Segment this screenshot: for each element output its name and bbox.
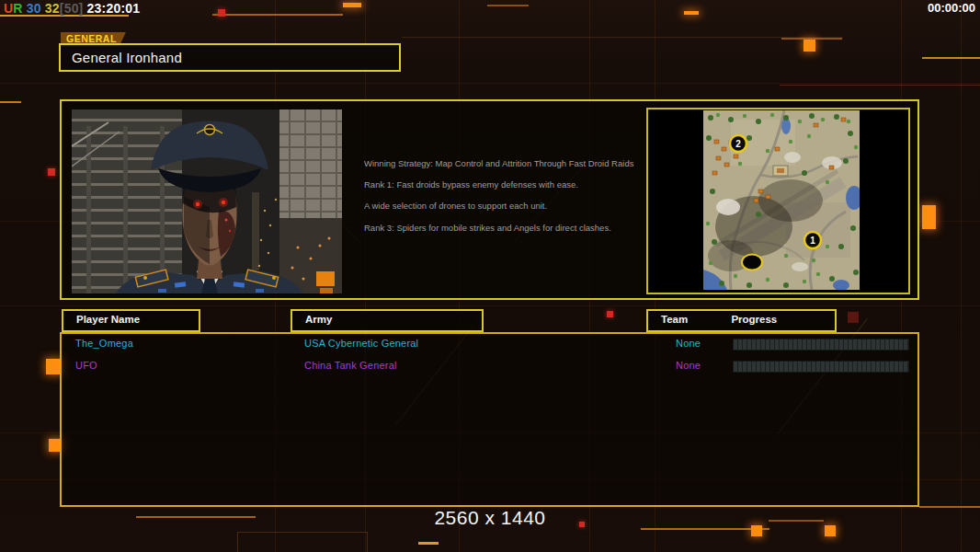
general-name: General Ironhand: [61, 45, 399, 65]
circuit-line: [487, 5, 529, 6]
circuit-line: [0, 101, 21, 103]
circuit-square: [684, 11, 699, 15]
circuit-square: [803, 40, 815, 52]
header-army: Army: [291, 309, 484, 332]
player-name: The_Omega: [75, 338, 133, 349]
svg-text:1: 1: [810, 236, 815, 246]
circuit-gridline: [0, 83, 980, 84]
circuit-square: [607, 311, 613, 317]
strategy-line: A wide selection of drones to support ea…: [364, 201, 634, 211]
player-team: None: [676, 360, 701, 371]
svg-text:2: 2: [735, 139, 741, 149]
player-progress-bar: [733, 339, 909, 351]
circuit-square: [922, 205, 936, 229]
red-eye: [222, 201, 225, 204]
circuit-line: [780, 85, 980, 86]
header-team-label: Team: [648, 311, 688, 325]
circuit-square: [848, 312, 859, 323]
strategy-text: Winning Strategy: Map Control and Attrit…: [364, 158, 634, 244]
header-player-label: Player Name: [63, 311, 199, 325]
map-marker-1: 1: [804, 232, 821, 248]
hud-stats: UR 30 32[50] 23:20:01: [4, 1, 140, 16]
match-timer: 00:00:00: [928, 1, 975, 15]
hud-ping-letter: U: [4, 1, 13, 16]
header-player-name: Player Name: [62, 309, 200, 332]
general-name-box: General Ironhand: [59, 43, 401, 72]
player-army: USA Cybernetic General: [304, 338, 418, 349]
circuit-line: [418, 542, 439, 545]
map-marker-blank: [742, 255, 762, 270]
hud-stat-bracket: [50]: [60, 1, 84, 16]
hud-stat-yellow: 32: [45, 1, 60, 16]
loading-screen: UR 30 32[50] 23:20:01 00:00:00 GENERAL G…: [0, 0, 980, 552]
circuit-box: [237, 532, 368, 552]
orange-patch: [316, 271, 335, 286]
map-preview-image: 2 1: [703, 110, 860, 290]
map-marker-2: 2: [730, 135, 746, 152]
hud-stat-blue: 30: [27, 1, 41, 16]
circuit-square: [218, 9, 225, 17]
strategy-line: Winning Strategy: Map Control and Attrit…: [364, 158, 634, 168]
strategy-line: Rank 3: Spiders for mobile strikes and A…: [364, 223, 634, 233]
circuit-gridline: [0, 305, 980, 306]
resolution-label: 2560 x 1440: [0, 507, 980, 529]
player-progress-bar: [733, 361, 909, 373]
player-army: China Tank General: [304, 360, 397, 371]
circuit-line: [402, 37, 843, 38]
hud-clock: 23:20:01: [87, 1, 141, 16]
red-eye: [196, 202, 199, 206]
circuit-square: [48, 168, 55, 176]
map-preview-panel: 2 1: [646, 108, 910, 294]
circuit-square: [343, 3, 361, 7]
player-team: None: [676, 338, 701, 349]
strategy-line: Rank 1: Fast droids bypass enemy defense…: [364, 179, 634, 190]
hud-ping-letter: R: [13, 1, 22, 16]
player-name: UFO: [75, 360, 97, 371]
circuit-line: [212, 14, 343, 16]
roster-panel: [60, 332, 919, 507]
circuit-line: [922, 57, 980, 59]
header-army-label: Army: [292, 311, 482, 325]
general-portrait: [72, 109, 342, 293]
header-team-progress: Team Progress: [646, 309, 837, 332]
header-progress-label: Progress: [690, 311, 777, 325]
